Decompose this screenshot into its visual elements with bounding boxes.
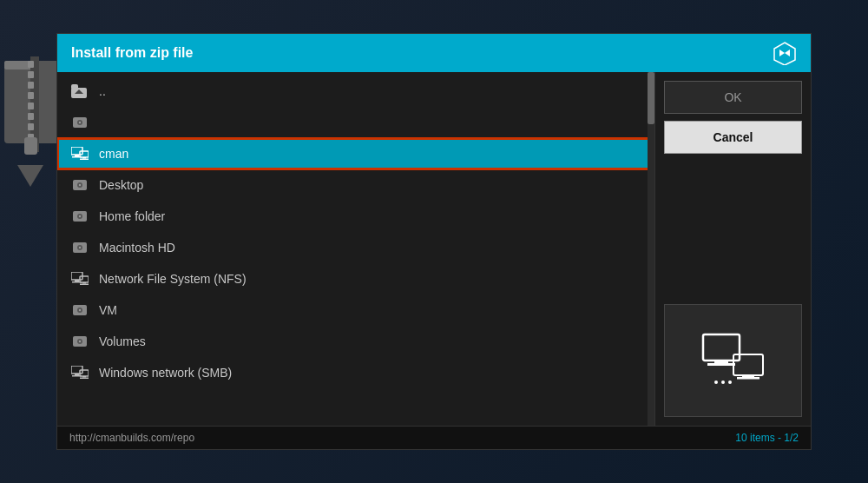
svg-rect-38 bbox=[75, 280, 79, 281]
svg-point-33 bbox=[79, 215, 81, 217]
drive-icon bbox=[71, 239, 89, 256]
svg-rect-57 bbox=[707, 363, 735, 366]
svg-rect-7 bbox=[28, 103, 34, 109]
kodi-logo-icon bbox=[773, 41, 797, 65]
svg-point-30 bbox=[79, 184, 81, 186]
svg-rect-3 bbox=[28, 61, 34, 68]
network-icon bbox=[71, 364, 89, 381]
svg-marker-13 bbox=[774, 43, 795, 65]
network-icon bbox=[71, 145, 89, 162]
svg-rect-50 bbox=[75, 374, 79, 375]
svg-rect-54 bbox=[80, 378, 89, 380]
svg-rect-42 bbox=[80, 284, 89, 286]
file-item[interactable] bbox=[57, 107, 654, 138]
svg-rect-17 bbox=[71, 84, 78, 89]
file-item-label: Home folder bbox=[99, 209, 165, 223]
svg-rect-23 bbox=[75, 155, 79, 156]
drive-icon bbox=[71, 333, 89, 350]
file-list-area: .. cman Desktop Home folder bbox=[57, 72, 654, 426]
file-item[interactable]: Desktop bbox=[57, 169, 654, 201]
svg-rect-6 bbox=[28, 92, 34, 99]
svg-marker-14 bbox=[779, 50, 785, 56]
ok-button[interactable]: OK bbox=[664, 81, 802, 114]
scrollbar-thumb[interactable] bbox=[648, 72, 654, 124]
cancel-button[interactable]: Cancel bbox=[664, 121, 802, 154]
dialog-body: .. cman Desktop Home folder bbox=[57, 72, 811, 426]
file-item-label: Windows network (SMB) bbox=[99, 366, 232, 380]
svg-point-45 bbox=[79, 309, 81, 311]
right-panel: OK Cancel bbox=[654, 72, 811, 426]
status-count: 10 items - 1/2 bbox=[735, 432, 799, 444]
file-item[interactable]: .. bbox=[57, 76, 654, 107]
svg-point-36 bbox=[79, 247, 81, 248]
install-zip-dialog: Install from zip file .. bbox=[56, 33, 812, 450]
svg-point-62 bbox=[721, 380, 725, 384]
file-item[interactable]: Network File System (NFS) bbox=[57, 263, 654, 294]
svg-rect-5 bbox=[28, 82, 34, 89]
file-item-label: .. bbox=[99, 84, 106, 98]
svg-rect-4 bbox=[28, 71, 34, 78]
network-preview-icon bbox=[699, 330, 768, 391]
file-item-label: VM bbox=[99, 303, 117, 317]
svg-rect-41 bbox=[82, 282, 86, 284]
file-item-label: cman bbox=[99, 147, 128, 161]
file-item[interactable]: cman bbox=[57, 138, 654, 169]
file-item[interactable]: Home folder bbox=[57, 201, 654, 232]
svg-rect-11 bbox=[24, 137, 37, 155]
svg-rect-60 bbox=[737, 377, 760, 380]
svg-point-21 bbox=[79, 122, 81, 123]
file-item[interactable]: Macintosh HD bbox=[57, 232, 654, 263]
file-item-label: Desktop bbox=[99, 178, 143, 192]
drive-icon bbox=[71, 114, 89, 131]
file-item[interactable]: Volumes bbox=[57, 326, 654, 357]
svg-rect-8 bbox=[28, 113, 34, 120]
file-item[interactable]: VM bbox=[57, 294, 654, 326]
svg-rect-9 bbox=[28, 123, 34, 130]
file-item-label: Macintosh HD bbox=[99, 241, 175, 255]
drive-icon bbox=[71, 301, 89, 319]
file-item-label: Volumes bbox=[99, 334, 146, 348]
file-item[interactable]: Windows network (SMB) bbox=[57, 357, 654, 388]
svg-marker-15 bbox=[785, 50, 790, 56]
drive-icon bbox=[71, 208, 89, 225]
scrollbar-track[interactable] bbox=[648, 72, 654, 426]
svg-marker-12 bbox=[17, 165, 43, 187]
folder-up-icon bbox=[71, 83, 89, 100]
status-bar: http://cmanbuilds.com/repo 10 items - 1/… bbox=[57, 426, 811, 449]
preview-area bbox=[664, 304, 802, 417]
drive-icon bbox=[71, 176, 89, 194]
file-list[interactable]: .. cman Desktop Home folder bbox=[57, 72, 654, 426]
svg-rect-53 bbox=[82, 376, 86, 378]
dialog-header: Install from zip file bbox=[57, 34, 811, 72]
svg-point-61 bbox=[714, 380, 718, 384]
svg-point-63 bbox=[728, 380, 732, 384]
network-icon bbox=[71, 270, 89, 288]
status-url: http://cmanbuilds.com/repo bbox=[69, 432, 194, 444]
file-item-label: Network File System (NFS) bbox=[99, 272, 247, 286]
dialog-title: Install from zip file bbox=[71, 45, 193, 61]
svg-rect-26 bbox=[82, 157, 86, 159]
svg-rect-27 bbox=[80, 159, 89, 161]
svg-point-48 bbox=[79, 341, 81, 342]
svg-rect-58 bbox=[733, 354, 763, 375]
